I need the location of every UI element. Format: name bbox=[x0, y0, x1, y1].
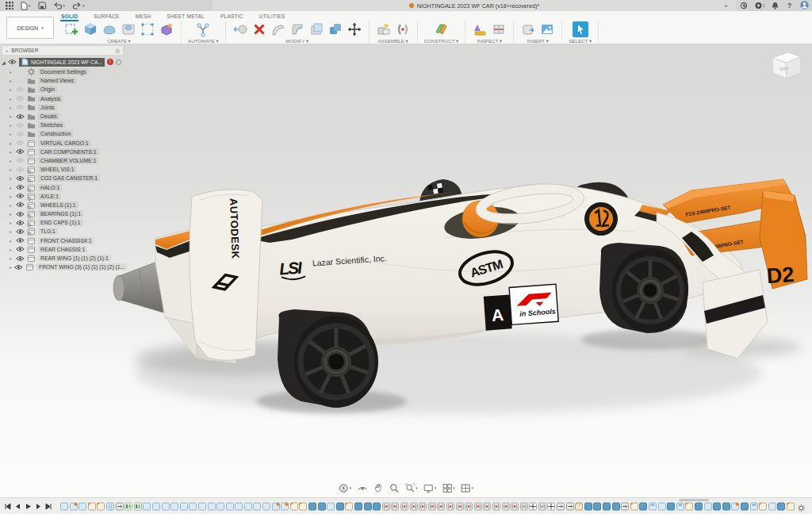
timeline-feature-joint-35[interactable] bbox=[382, 502, 390, 511]
grid-icon[interactable]: ▾ bbox=[442, 483, 455, 493]
new-component-icon[interactable] bbox=[376, 21, 392, 37]
expander-icon[interactable]: ▸ bbox=[10, 78, 13, 83]
expander-icon[interactable]: ▸ bbox=[10, 86, 13, 92]
browser-item-axle-1[interactable]: ▸AXLE:1 bbox=[2, 192, 124, 201]
delete-icon[interactable] bbox=[251, 21, 267, 37]
visibility-eye-icon[interactable] bbox=[16, 237, 25, 244]
joint-icon[interactable] bbox=[395, 21, 411, 37]
timeline-feature-doc-2[interactable] bbox=[79, 502, 86, 511]
timeline-feature-sketch-25[interactable] bbox=[290, 502, 298, 511]
visibility-eye-icon[interactable] bbox=[16, 184, 25, 190]
section-analysis-icon[interactable] bbox=[491, 21, 507, 37]
viewports-icon[interactable]: ▾ bbox=[461, 483, 474, 493]
timeline-feature-green-7[interactable] bbox=[124, 502, 132, 511]
group-label[interactable]: AUTOMATE ▾ bbox=[188, 38, 219, 44]
visibility-eye-icon[interactable] bbox=[16, 201, 25, 208]
canvas-icon[interactable] bbox=[539, 21, 555, 37]
timeline-feature-docO-73[interactable] bbox=[731, 502, 739, 511]
timeline-feature-doc-29[interactable] bbox=[327, 502, 335, 511]
timeline-feature-sketch-4[interactable] bbox=[97, 502, 105, 511]
app-grid-icon[interactable] bbox=[6, 2, 13, 10]
plastic-rule-icon[interactable] bbox=[159, 21, 174, 37]
visibility-eye-icon[interactable] bbox=[16, 104, 25, 110]
timeline-feature-doc-13[interactable] bbox=[180, 502, 188, 511]
timeline-feature-cyl-64[interactable] bbox=[649, 502, 657, 511]
timeline-feature-doc-11[interactable] bbox=[162, 502, 170, 511]
timeline-feature-sketch-79[interactable] bbox=[787, 502, 795, 511]
browser-item-halo-1[interactable]: ▸HALO:1 bbox=[2, 182, 124, 191]
timeline-feature-blue-78[interactable] bbox=[777, 502, 785, 511]
timeline-feature-doc-65[interactable] bbox=[658, 502, 666, 511]
skip-end-icon[interactable] bbox=[45, 503, 52, 510]
visibility-eye-icon[interactable] bbox=[16, 211, 25, 217]
offset-face-icon[interactable] bbox=[308, 21, 324, 37]
visibility-eye-icon[interactable] bbox=[16, 220, 25, 226]
browser-item-document-settings[interactable]: ▸Document Settings bbox=[2, 67, 124, 76]
timeline-feature-joint-42[interactable] bbox=[446, 502, 454, 511]
timeline-feature-move-51[interactable] bbox=[529, 502, 537, 511]
timeline-feature-blue-32[interactable] bbox=[354, 502, 362, 511]
view-cube[interactable]: LEFT bbox=[764, 47, 806, 91]
timeline-feature-doc-20[interactable] bbox=[244, 502, 252, 511]
browser-item-named-views[interactable]: ▸Named Views bbox=[2, 76, 124, 85]
group-label[interactable]: ASSEMBLE ▾ bbox=[378, 38, 408, 44]
expander-icon[interactable]: ▸ bbox=[10, 158, 13, 163]
hole-icon[interactable] bbox=[121, 21, 136, 37]
expander-icon[interactable]: ▸ bbox=[10, 247, 13, 252]
browser-item-front-wing-3-1-1-1-2-1[interactable]: ▸FRONT WING (3) (1) (1) (1) (2) (1... bbox=[2, 263, 124, 271]
timeline-feature-joint-48[interactable] bbox=[502, 502, 510, 511]
visibility-eye-icon[interactable] bbox=[8, 59, 17, 66]
combine-icon[interactable] bbox=[327, 21, 343, 37]
create-sketch-icon[interactable] bbox=[63, 21, 79, 37]
timeline-feature-joint-40[interactable] bbox=[428, 502, 436, 511]
timeline-feature-cyl-75[interactable] bbox=[750, 502, 758, 511]
timeline-feature-docO-1[interactable] bbox=[70, 502, 78, 511]
visibility-eye-icon[interactable] bbox=[16, 131, 25, 137]
timeline-feature-blue-66[interactable] bbox=[667, 502, 675, 511]
timeline-feature-doc-14[interactable] bbox=[189, 502, 197, 511]
browser-settings-icon[interactable]: ◎ bbox=[115, 48, 120, 54]
timeline-feature-sketch-3[interactable] bbox=[88, 502, 96, 511]
expander-icon[interactable]: ▸ bbox=[10, 185, 13, 190]
expander-icon[interactable]: ▸ bbox=[10, 202, 13, 208]
viewport-canvas[interactable]: LSI Lazar Scientific, Inc. ASTM A in Sch… bbox=[0, 44, 812, 498]
save-icon[interactable] bbox=[38, 2, 46, 10]
play-icon[interactable] bbox=[25, 503, 32, 510]
form-icon[interactable] bbox=[102, 21, 117, 37]
expander-icon[interactable]: ▸ bbox=[10, 167, 13, 172]
group-label[interactable]: CREATE ▾ bbox=[107, 38, 130, 44]
timeline-feature-sketch-31[interactable] bbox=[345, 502, 353, 511]
timeline-feature-blue-72[interactable] bbox=[722, 502, 730, 511]
orbit-icon[interactable]: ▾ bbox=[339, 483, 352, 493]
browser-item-end-caps-1-1[interactable]: ▸END CAPS (1):1 bbox=[2, 218, 124, 227]
timeline-feature-doc-18[interactable] bbox=[226, 502, 234, 511]
browser-item-origin[interactable]: ▸Origin bbox=[2, 85, 124, 94]
browser-item-rear-chassis-1[interactable]: ▸REAR CHASSIS:1 bbox=[2, 245, 124, 254]
expander-icon[interactable]: ▸ bbox=[10, 220, 13, 225]
timeline-feature-joint-36[interactable] bbox=[391, 502, 399, 511]
expander-icon[interactable]: ▸ bbox=[10, 69, 13, 75]
zoom-icon[interactable] bbox=[389, 483, 399, 493]
expander-icon[interactable]: ▸ bbox=[10, 238, 13, 244]
browser-item-decals[interactable]: ▸Decals bbox=[2, 112, 124, 121]
visibility-eye-icon[interactable] bbox=[16, 86, 25, 93]
visibility-eye-icon[interactable] bbox=[16, 113, 25, 120]
visibility-eye-icon[interactable] bbox=[14, 264, 23, 270]
pan-icon[interactable] bbox=[373, 483, 383, 493]
timeline-feature-docO-23[interactable] bbox=[272, 502, 280, 511]
timeline-feature-jointG-52[interactable] bbox=[538, 502, 546, 511]
timeline-feature-joint-45[interactable] bbox=[474, 502, 482, 511]
timeline-feature-blue-27[interactable] bbox=[308, 502, 316, 511]
timeline-feature-doc-70[interactable] bbox=[704, 502, 712, 511]
display-settings-icon[interactable]: ▾ bbox=[423, 483, 437, 493]
timeline-feature-doc-9[interactable] bbox=[143, 502, 151, 511]
expander-icon[interactable]: ▸ bbox=[10, 105, 13, 110]
browser-root-row[interactable]: ◢ NIGHTINGALE 2023 WF CA... ! bbox=[2, 57, 124, 67]
browser-item-chamber-volume-1[interactable]: ▸CHAMBER VOLUME:1 bbox=[2, 156, 124, 165]
look-at-icon[interactable] bbox=[357, 483, 367, 493]
timeline-feature-doc-12[interactable] bbox=[170, 502, 178, 511]
visibility-eye-icon[interactable] bbox=[16, 228, 25, 235]
warning-badge-icon[interactable]: ! bbox=[107, 59, 113, 65]
group-label[interactable]: INSERT ▾ bbox=[527, 38, 549, 44]
step-forward-icon[interactable] bbox=[35, 503, 42, 510]
